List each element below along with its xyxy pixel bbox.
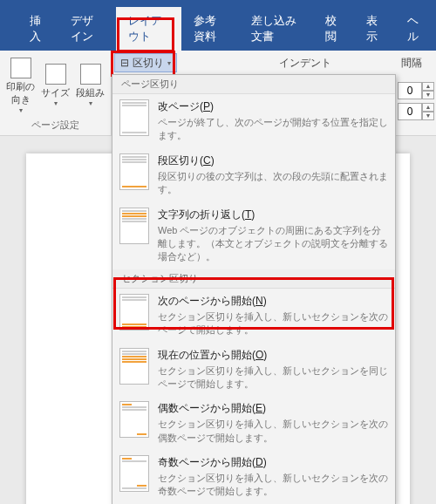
- tab-review[interactable]: 校閲: [313, 7, 354, 51]
- menu-title: 改ページ(P): [158, 99, 388, 114]
- chevron-down-icon: ▾: [4, 106, 37, 114]
- tab-insert[interactable]: 挿入: [17, 7, 58, 51]
- tab-design[interactable]: デザイン: [58, 7, 116, 51]
- menu-item-even-page[interactable]: 偶数ページから開始(E) セクション区切りを挿入し、新しいセクションを次の偶数ペ…: [112, 396, 395, 450]
- indent-label: インデント: [270, 53, 340, 73]
- menu-item-odd-page[interactable]: 奇数ページから開始(D) セクション区切りを挿入し、新しいセクションを次の奇数ペ…: [112, 450, 395, 504]
- spacing-after-input[interactable]: [398, 103, 422, 120]
- menu-desc: 段区切りの後の文字列は、次の段の先頭に配置されます。: [158, 170, 388, 197]
- menu-item-text-wrap[interactable]: 文字列の折り返し(T) Web ページのオブジェクトの周囲にある文字列を分離しま…: [112, 202, 395, 269]
- menu-item-next-page[interactable]: 次のページから開始(N) セクション区切りを挿入し、新しいセクションを次のページ…: [112, 289, 395, 343]
- breaks-button-label: 区切り: [133, 56, 164, 71]
- spacing-before-input[interactable]: [398, 82, 422, 99]
- orientation-label: 印刷の 向き: [4, 80, 37, 106]
- breaks-icon: ⊟: [120, 57, 129, 69]
- tab-references[interactable]: 参考資料: [181, 7, 239, 51]
- menu-item-continuous[interactable]: 現在の位置から開始(O) セクション区切りを挿入し、新しいセクションを同じページ…: [112, 343, 395, 397]
- menu-title: 文字列の折り返し(T): [158, 208, 388, 222]
- menu-title: 現在の位置から開始(O): [158, 348, 388, 363]
- menu-title: 次のページから開始(N): [158, 294, 388, 309]
- dropdown-section-header: ページ区切り: [112, 75, 395, 94]
- menu-title: 段区切り(C): [158, 153, 388, 168]
- menu-desc: セクション区切りを挿入し、新しいセクションを同じページで開始します。: [158, 364, 388, 392]
- size-icon: [45, 64, 66, 85]
- spin-down[interactable]: ▼: [422, 91, 434, 99]
- column-break-icon: [119, 153, 149, 190]
- next-page-icon: [119, 294, 149, 330]
- indent-spacing-labels: インデント 間隔: [270, 53, 436, 73]
- spin-down[interactable]: ▼: [422, 112, 434, 120]
- menu-desc: セクション区切りを挿入し、新しいセクションを次の奇数ページで開始します。: [158, 472, 388, 499]
- menu-item-column-break[interactable]: 段区切り(C) 段区切りの後の文字列は、次の段の先頭に配置されます。: [112, 148, 395, 202]
- continuous-icon: [119, 348, 149, 385]
- page-setup-group-label: ページ設定: [0, 117, 111, 135]
- orientation-icon: [10, 58, 31, 78]
- breaks-dropdown: ページ区切り 改ページ(P) ページが終了し、次のページが開始する位置を指定しま…: [112, 74, 396, 504]
- tab-layout[interactable]: レイアウト: [116, 7, 181, 51]
- columns-button[interactable]: 段組み ▾: [74, 64, 107, 107]
- size-button[interactable]: サイズ ▾: [39, 64, 72, 107]
- menu-title: 奇数ページから開始(D): [158, 455, 388, 470]
- odd-page-icon: [119, 455, 149, 492]
- columns-icon: [80, 64, 101, 85]
- size-label: サイズ: [39, 86, 72, 99]
- ribbon-tabs: 挿入 デザイン レイアウト 参考資料 差し込み文書 校閲 表示 ヘル: [0, 21, 436, 51]
- menu-desc: セクション区切りを挿入し、新しいセクションを次の偶数ページで開始します。: [158, 418, 388, 445]
- chevron-down-icon: ▾: [167, 59, 171, 67]
- spin-up[interactable]: ▲: [422, 103, 434, 112]
- chevron-down-icon: ▾: [39, 99, 72, 107]
- dropdown-section-header: セクション区切り: [112, 269, 395, 289]
- tab-help[interactable]: ヘル: [395, 7, 436, 51]
- chevron-down-icon: ▾: [74, 99, 107, 107]
- menu-desc: セクション区切りを挿入し、新しいセクションを次のページで開始します。: [158, 310, 388, 337]
- menu-item-page-break[interactable]: 改ページ(P) ページが終了し、次のページが開始する位置を指定します。: [112, 94, 395, 148]
- menu-desc: Web ページのオブジェクトの周囲にある文字列を分離します。（本文とオブジェクト…: [158, 224, 388, 264]
- orientation-button[interactable]: 印刷の 向き ▾: [4, 58, 37, 114]
- page-break-icon: [119, 99, 149, 136]
- page-setup-group: 印刷の 向き ▾ サイズ ▾ 段組み ▾ ページ設定: [0, 51, 112, 135]
- spacing-label: 間隔: [392, 53, 431, 73]
- even-page-icon: [119, 401, 149, 438]
- columns-label: 段組み: [74, 86, 107, 99]
- menu-title: 偶数ページから開始(E): [158, 401, 388, 416]
- menu-desc: ページが終了し、次のページが開始する位置を指定します。: [158, 116, 388, 143]
- text-wrap-icon: [119, 208, 149, 244]
- spin-up[interactable]: ▲: [422, 82, 434, 91]
- tab-view[interactable]: 表示: [354, 7, 395, 51]
- breaks-button[interactable]: ⊟ 区切り ▾: [114, 53, 177, 72]
- tab-mailings[interactable]: 差し込み文書: [239, 7, 313, 51]
